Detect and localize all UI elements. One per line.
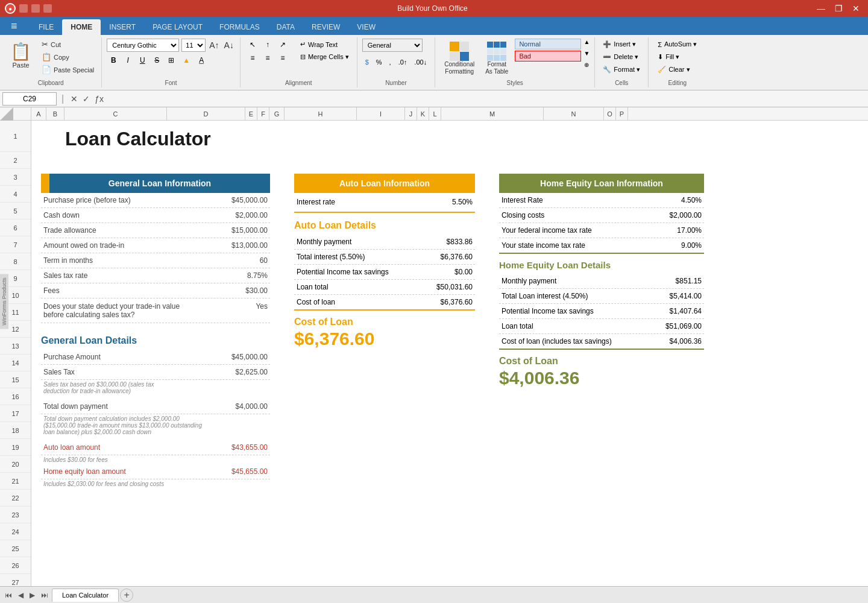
row-num-15[interactable]: 15: [0, 371, 31, 388]
tab-review[interactable]: REVIEW: [303, 19, 348, 35]
fill-button[interactable]: ⬇ Fill ▾: [653, 51, 684, 63]
fill-color-button[interactable]: ▲: [179, 54, 193, 67]
restore-button[interactable]: ❐: [831, 4, 846, 13]
insert-function-button[interactable]: ƒx: [93, 94, 105, 104]
row-num-22[interactable]: 22: [0, 490, 31, 507]
paste-special-button[interactable]: 📄 Paste Special: [39, 64, 96, 75]
quick-access-save[interactable]: [19, 4, 28, 13]
clear-button[interactable]: 🧹 Clear ▾: [653, 64, 694, 75]
row-num-11[interactable]: 11: [0, 304, 31, 321]
add-sheet-button[interactable]: +: [120, 589, 133, 602]
style-bad[interactable]: Bad: [515, 51, 581, 62]
style-normal[interactable]: Normal: [515, 39, 581, 49]
row-num-20[interactable]: 20: [0, 456, 31, 473]
formula-input[interactable]: [108, 92, 866, 106]
col-header-h[interactable]: H: [285, 107, 357, 120]
row-num-8[interactable]: 8: [0, 253, 31, 270]
tab-formulas[interactable]: FORMULAS: [211, 19, 268, 35]
row-num-16[interactable]: 16: [0, 388, 31, 405]
row-num-12[interactable]: 12: [0, 321, 31, 338]
next-sheet-button[interactable]: ▶: [27, 591, 37, 599]
tab-insert[interactable]: INSERT: [101, 19, 144, 35]
style-scroll-up[interactable]: ▲: [583, 39, 590, 46]
row-num-5[interactable]: 5: [0, 203, 31, 219]
col-header-f[interactable]: F: [257, 107, 269, 120]
col-header-j[interactable]: J: [405, 107, 417, 120]
first-sheet-button[interactable]: ⏮: [2, 591, 14, 599]
align-right[interactable]: ≡: [275, 52, 290, 64]
bold-button[interactable]: B: [107, 54, 120, 67]
increase-font-button[interactable]: A↑: [208, 40, 220, 50]
col-header-c[interactable]: C: [64, 107, 167, 120]
row-num-21[interactable]: 21: [0, 473, 31, 490]
delete-cell-button[interactable]: ➖ Delete ▾: [600, 51, 641, 63]
percent-button[interactable]: %: [373, 56, 385, 68]
wrap-text-button[interactable]: ↵ Wrap Text: [297, 39, 352, 50]
tab-data[interactable]: DATA: [268, 19, 303, 35]
col-header-o[interactable]: O: [604, 107, 616, 120]
corner-cell[interactable]: [0, 107, 31, 120]
font-color-button[interactable]: A: [195, 54, 208, 67]
col-header-g[interactable]: G: [269, 107, 285, 120]
row-num-26[interactable]: 26: [0, 557, 31, 574]
format-cell-button[interactable]: 🔧 Format ▾: [600, 64, 643, 75]
col-header-l[interactable]: L: [429, 107, 441, 120]
quick-access-undo[interactable]: [31, 4, 40, 13]
row-num-1[interactable]: 1: [0, 121, 31, 152]
tab-home[interactable]: HOME: [62, 19, 101, 35]
format-table-button[interactable]: FormatAs Table: [481, 39, 512, 78]
col-header-k[interactable]: K: [417, 107, 429, 120]
row-num-3[interactable]: 3: [0, 169, 31, 186]
copy-button[interactable]: 📋 Copy: [39, 51, 96, 63]
col-header-d[interactable]: D: [167, 107, 245, 120]
row-num-24[interactable]: 24: [0, 523, 31, 540]
close-button[interactable]: ✕: [849, 4, 863, 13]
col-header-m[interactable]: M: [441, 107, 544, 120]
align-top-right[interactable]: ↗: [275, 39, 290, 51]
quick-access-more[interactable]: [43, 4, 52, 13]
col-header-b[interactable]: B: [46, 107, 64, 120]
cancel-formula-button[interactable]: ✕: [69, 94, 80, 104]
confirm-formula-button[interactable]: ✓: [81, 94, 92, 104]
decrease-decimal-button[interactable]: .00↓: [411, 56, 430, 68]
row-num-17[interactable]: 17: [0, 405, 31, 422]
row-num-4[interactable]: 4: [0, 186, 31, 203]
tab-page-layout[interactable]: PAGE LAYOUT: [144, 19, 211, 35]
name-box[interactable]: [2, 92, 57, 106]
row-num-18[interactable]: 18: [0, 422, 31, 439]
row-num-7[interactable]: 7: [0, 236, 31, 253]
strikethrough-button[interactable]: S: [150, 54, 163, 67]
font-family-select[interactable]: Century Gothic: [107, 39, 179, 52]
row-num-9[interactable]: 9: [0, 270, 31, 287]
italic-button[interactable]: I: [121, 54, 134, 67]
loan-calculator-tab[interactable]: Loan Calculator: [52, 589, 119, 602]
col-header-e[interactable]: E: [245, 107, 257, 120]
font-size-select[interactable]: 11: [181, 39, 206, 52]
prev-sheet-button[interactable]: ◀: [16, 591, 26, 599]
row-num-14[interactable]: 14: [0, 355, 31, 371]
border-button[interactable]: ⊞: [165, 54, 178, 67]
row-num-25[interactable]: 25: [0, 540, 31, 557]
col-header-p[interactable]: P: [616, 107, 628, 120]
merge-cells-button[interactable]: ⊟ Merge Cells ▾: [297, 51, 352, 63]
style-scroll-down[interactable]: ▼: [583, 50, 590, 57]
row-num-10[interactable]: 10: [0, 287, 31, 304]
currency-button[interactable]: $: [362, 56, 372, 68]
col-header-a[interactable]: A: [31, 107, 46, 120]
minimize-button[interactable]: —: [813, 4, 829, 13]
number-format-select[interactable]: General: [362, 39, 423, 52]
paste-button[interactable]: 📋 Paste: [5, 39, 37, 75]
insert-cell-button[interactable]: ➕ Insert ▾: [600, 39, 639, 50]
row-num-27[interactable]: 27: [0, 574, 31, 586]
conditional-formatting-button[interactable]: ConditionalFormatting: [440, 39, 479, 78]
col-header-n[interactable]: N: [544, 107, 604, 120]
last-sheet-button[interactable]: ⏭: [39, 591, 51, 599]
cut-button[interactable]: ✂ Cut: [39, 39, 96, 50]
underline-button[interactable]: U: [136, 54, 149, 67]
sheet-content[interactable]: Loan Calculator General Loan Information…: [31, 121, 868, 586]
align-center[interactable]: ≡: [260, 52, 275, 64]
row-num-19[interactable]: 19: [0, 439, 31, 456]
align-top-left[interactable]: ↖: [245, 39, 260, 51]
increase-decimal-button[interactable]: .0↑: [395, 56, 410, 68]
row-num-13[interactable]: 13: [0, 338, 31, 355]
